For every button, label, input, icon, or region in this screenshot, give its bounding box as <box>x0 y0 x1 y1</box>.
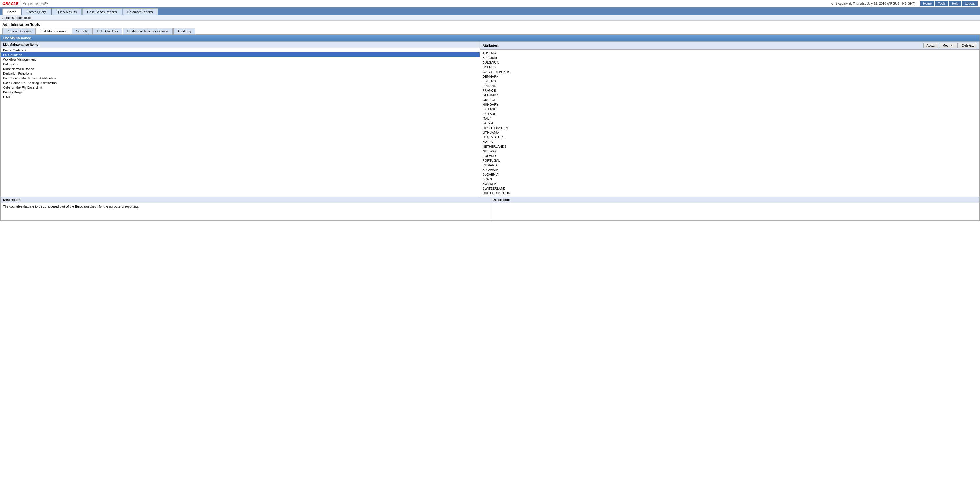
right-desc-content <box>490 203 980 221</box>
attributes-title: Attributes: <box>482 44 499 47</box>
logo-area: ORACLE Argus Insight™ <box>2 2 49 6</box>
main-tab-create-query[interactable]: Create Query <box>22 8 51 15</box>
top-nav-logout[interactable]: Logout <box>962 1 978 6</box>
list-item-workflow-management[interactable]: Workflow Management <box>1 57 480 62</box>
list-item-profile-switches[interactable]: Profile Switches <box>1 48 480 52</box>
left-desc-text: The countries that are to be considered … <box>3 205 138 208</box>
list-item-categories[interactable]: Categories <box>1 62 480 67</box>
sub-tab-personal-options[interactable]: Personal Options <box>2 28 36 34</box>
list-item-derivation-functions[interactable]: Derivation Functions <box>1 71 480 76</box>
attr-denmark[interactable]: DENMARK <box>482 74 977 79</box>
left-panel: List Maintenance Items Profile Switches … <box>1 42 480 197</box>
attr-bulgaria[interactable]: BULGARIA <box>482 60 977 65</box>
argus-insight-logo: Argus Insight™ <box>21 2 49 6</box>
attr-malta[interactable]: MALTA <box>482 140 977 144</box>
main-tab-datamart-reports[interactable]: Datamart Reports <box>123 8 158 15</box>
attr-liechtenstein[interactable]: LIECHTENSTEIN <box>482 125 977 130</box>
page-title: Administration Tools <box>0 21 980 28</box>
modify-button[interactable]: Modify... <box>939 43 958 48</box>
top-nav: Home Tools Help Logout <box>920 1 978 6</box>
attr-estonia[interactable]: ESTONIA <box>482 79 977 83</box>
left-desc-content: The countries that are to be considered … <box>1 203 490 221</box>
list-items[interactable]: Profile Switches EU Countries Workflow M… <box>1 48 480 197</box>
oracle-logo: ORACLE <box>2 2 18 6</box>
top-bar: ORACLE Argus Insight™ Amit Aggarwal, Thu… <box>0 0 980 7</box>
list-maintenance-section-header: List Maintenance <box>0 35 980 41</box>
section-wrapper: List Maintenance List Maintenance Items … <box>0 35 980 221</box>
attr-united-kingdom[interactable]: UNITED KINGDOM <box>482 191 977 195</box>
attr-slovenia[interactable]: SLOVENIA <box>482 172 977 177</box>
attributes-list[interactable]: AUSTRIA BELGIUM BULGARIA CYPRUS CZECH RE… <box>480 49 979 197</box>
attr-germany[interactable]: GERMANY <box>482 93 977 97</box>
attr-austria[interactable]: AUSTRIA <box>482 51 977 56</box>
list-item-eu-countries[interactable]: EU Countries <box>1 52 480 57</box>
attr-latvia[interactable]: LATVIA <box>482 121 977 125</box>
left-desc-panel: Description The countries that are to be… <box>1 197 490 221</box>
attr-iceland[interactable]: ICELAND <box>482 107 977 111</box>
attr-cyprus[interactable]: CYPRUS <box>482 65 977 70</box>
sub-tabs: Personal Options List Maintenance Securi… <box>0 28 980 35</box>
main-tab-case-series-reports[interactable]: Case Series Reports <box>82 8 122 15</box>
list-item-ldap[interactable]: LDAP <box>1 94 480 99</box>
attr-ireland[interactable]: IRELAND <box>482 111 977 116</box>
bottom-panels: Description The countries that are to be… <box>0 197 980 221</box>
sub-tab-security[interactable]: Security <box>72 28 92 34</box>
content-panels: List Maintenance Items Profile Switches … <box>0 41 980 197</box>
list-item-case-series-unfreezing[interactable]: Case Series Un-Freezing Justification <box>1 81 480 85</box>
attr-greece[interactable]: GREECE <box>482 97 977 102</box>
attr-belgium[interactable]: BELGIUM <box>482 56 977 60</box>
attr-czech-republic[interactable]: CZECH REPUBLIC <box>482 70 977 74</box>
add-button[interactable]: Add... <box>923 43 938 48</box>
top-nav-tools[interactable]: Tools <box>935 1 948 6</box>
delete-button[interactable]: Delete... <box>959 43 977 48</box>
sub-tab-audit-log[interactable]: Audit Log <box>173 28 196 34</box>
breadcrumb: Administration Tools <box>0 15 980 21</box>
right-desc-panel: Description <box>490 197 980 221</box>
top-nav-help[interactable]: Help <box>949 1 962 6</box>
attr-portugal[interactable]: PORTUGAL <box>482 158 977 163</box>
attr-netherlands[interactable]: NETHERLANDS <box>482 144 977 149</box>
right-panel: Attributes: Add... Modify... Delete... A… <box>480 42 979 197</box>
attr-hungary[interactable]: HUNGARY <box>482 102 977 107</box>
list-item-case-series-modification[interactable]: Case Series Modification Justification <box>1 76 480 81</box>
list-item-cube-on-the-fly[interactable]: Cube-on-the-Fly Case Limit <box>1 85 480 90</box>
sub-tab-dashboard-indicator-options[interactable]: Dashboard Indicator Options <box>123 28 173 34</box>
attr-sweden[interactable]: SWEDEN <box>482 181 977 186</box>
list-item-priority-drugs[interactable]: Priority Drugs <box>1 90 480 94</box>
attr-poland[interactable]: POLAND <box>482 153 977 158</box>
attributes-buttons: Add... Modify... Delete... <box>923 43 977 48</box>
list-item-duration-value-bands[interactable]: Duration Value Bands <box>1 67 480 71</box>
main-tab-home[interactable]: Home <box>2 8 21 15</box>
left-desc-header: Description <box>1 197 490 203</box>
attr-spain[interactable]: SPAIN <box>482 177 977 181</box>
attr-luxembourg[interactable]: LUXEMBOURG <box>482 135 977 140</box>
attr-lithuania[interactable]: LITHUANIA <box>482 130 977 135</box>
main-tab-query-results[interactable]: Query Results <box>52 8 82 15</box>
list-maintenance-items-header: List Maintenance Items <box>1 42 480 48</box>
attr-italy[interactable]: ITALY <box>482 116 977 121</box>
main-nav: Home Create Query Query Results Case Ser… <box>0 7 980 15</box>
attr-france[interactable]: FRANCE <box>482 88 977 93</box>
top-nav-home[interactable]: Home <box>920 1 934 6</box>
attr-slovakia[interactable]: SLOVAKIA <box>482 167 977 172</box>
attr-romania[interactable]: ROMANIA <box>482 163 977 167</box>
sub-tab-etl-scheduler[interactable]: ETL Scheduler <box>92 28 122 34</box>
attr-finland[interactable]: FINLAND <box>482 83 977 88</box>
right-desc-header: Description <box>490 197 980 203</box>
user-info: Amit Aggarwal, Thursday July 22, 2010 (A… <box>830 2 916 5</box>
sub-tab-list-maintenance[interactable]: List Maintenance <box>36 28 71 34</box>
attributes-header-row: Attributes: Add... Modify... Delete... <box>480 42 979 49</box>
attr-norway[interactable]: NORWAY <box>482 149 977 153</box>
attr-switzerland[interactable]: SWITZERLAND <box>482 186 977 191</box>
